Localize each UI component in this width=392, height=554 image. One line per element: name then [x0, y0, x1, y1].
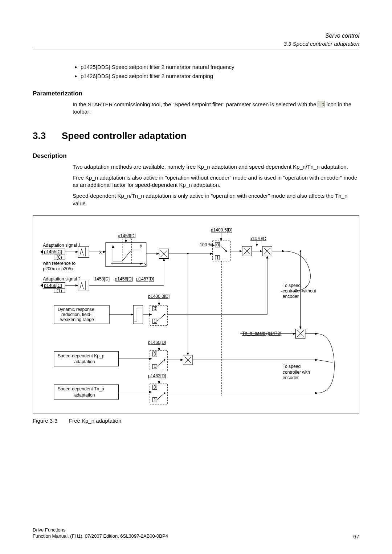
- label-tn-adapt-2: adaptation: [74, 392, 95, 397]
- label-adapt1: Adaptation signal 1: [43, 243, 81, 248]
- label-dyn-3: weakening range: [60, 317, 94, 322]
- section-number: 3.3: [33, 130, 62, 141]
- label-kp-adapt-2: adaptation: [74, 359, 95, 364]
- bullet-list: p1425[DDS] Speed setpoint filter 2 numer…: [73, 64, 359, 79]
- sw2-1: 1: [154, 319, 156, 324]
- label-p1466: p1466[C]: [44, 283, 62, 288]
- label-x2: x: [144, 262, 147, 267]
- sw3-0: 0: [154, 352, 156, 357]
- label-dyn-2: reduction, field-: [61, 312, 91, 317]
- label-p1458: 1458[D]: [94, 276, 110, 282]
- filter-toolbar-icon: τ: [318, 101, 325, 107]
- page-number: 67: [353, 533, 359, 539]
- header-rule: [33, 49, 359, 49]
- svg-line-33: [157, 393, 164, 399]
- param-text-part1: In the STARTER commissioning tool, the "…: [73, 101, 318, 107]
- description-p2: Free Kp_n adaptation is also active in "…: [73, 174, 359, 189]
- list-item: p1426[DDS] Speed setpoint filter 2 numer…: [81, 73, 359, 79]
- section-title: Speed controller adaptation: [62, 130, 187, 141]
- label-y: y: [140, 243, 143, 248]
- svg-line-23: [157, 360, 164, 366]
- parameterization-text: In the STARTER commissioning tool, the "…: [73, 101, 359, 116]
- figure-caption-label: Figure 3-3: [33, 418, 69, 424]
- svg-line-5: [220, 245, 226, 251]
- label-kp-adapt-1: Speed-dependent Kp_p: [58, 353, 105, 358]
- label-dyn-1: Dynamic response: [58, 307, 94, 312]
- sw4-0: 0: [154, 385, 156, 390]
- label-p1457: p1457[D]: [136, 276, 154, 282]
- running-head-title: Servo control: [33, 33, 359, 39]
- running-head-subtitle: 3.3 Speed controller adaptation: [33, 41, 359, 47]
- figure-caption: Figure 3-3 Free Kp_n adaptation: [33, 418, 359, 424]
- label-adapt2: Adaptation signal 2: [43, 276, 81, 282]
- figure-diagram: p1459[D] p1400.5[D] p1470[D] Adaptation …: [33, 215, 359, 414]
- label-tn-adapt-1: Speed-dependent Tn_p: [58, 386, 104, 391]
- svg-point-17: [300, 250, 301, 252]
- label-p1400-5: p1400.5[D]: [211, 227, 233, 233]
- sw2-0: 0: [154, 306, 156, 311]
- description-heading: Description: [33, 152, 359, 160]
- svg-line-34: [318, 360, 332, 362]
- description-p3: Speed-dependent Kp_n/Tn_n adaptation is …: [73, 192, 359, 207]
- parameterization-heading: Parameterization: [33, 90, 359, 97]
- label-to-noenc-3: encoder: [283, 294, 299, 299]
- label-p1455: p1455[C]: [44, 249, 62, 254]
- svg-point-27: [187, 253, 189, 254]
- footer-line2: Function Manual, (FH1), 07/2007 Edition,…: [33, 533, 168, 539]
- page-footer: Drive Functions Function Manual, (FH1), …: [33, 527, 359, 539]
- list-item: p1425[DDS] Speed setpoint filter 2 numer…: [81, 64, 359, 70]
- label-to-noenc-2: controller without: [283, 288, 317, 294]
- sw-0: 0: [216, 242, 219, 247]
- label-to-noenc-1: To speed: [283, 283, 301, 288]
- label-p1459: p1459[D]: [118, 233, 136, 238]
- svg-line-14: [157, 315, 164, 321]
- label-to-enc-1: To speed: [283, 364, 301, 369]
- connector-in-2: [40, 283, 43, 287]
- sw3-1: 1: [154, 364, 156, 369]
- section-heading: 3.3 Speed controller adaptation: [33, 130, 359, 141]
- label-ref-1: with reference to: [42, 261, 75, 266]
- sw4-1: 1: [154, 397, 156, 402]
- label-p1456: p1456[D]: [115, 276, 132, 282]
- abs-block-1: [78, 246, 89, 257]
- description-p1: Two adaptation methods are available, na…: [73, 163, 359, 171]
- label-p1460: p1460[D]: [148, 340, 166, 345]
- figure-caption-text: Free Kp_n adaptation: [69, 418, 121, 424]
- label-zero-1: (0): [57, 254, 62, 259]
- brace-enc: [318, 334, 334, 393]
- connector-in-1: [40, 250, 43, 254]
- label-p1462: p1462[D]: [148, 373, 166, 378]
- label-p1400-0: p1400.0[D]: [148, 294, 170, 299]
- label-to-enc-2: controller with: [283, 369, 310, 374]
- label-x1: x: [99, 250, 102, 255]
- label-to-enc-3: encoder: [283, 375, 299, 380]
- footer-line1: Drive Functions: [33, 527, 168, 533]
- sw-1: 1: [216, 255, 219, 260]
- label-one-2: (1): [57, 288, 62, 293]
- label-p1470: p1470[D]: [249, 236, 267, 241]
- label-100pct: 100 %: [200, 242, 212, 247]
- abs-block-2: [78, 280, 89, 291]
- label-ref-2: p200x or p205x: [43, 266, 73, 271]
- label-tn-basic: Tn_n_basic (p1472): [242, 331, 281, 336]
